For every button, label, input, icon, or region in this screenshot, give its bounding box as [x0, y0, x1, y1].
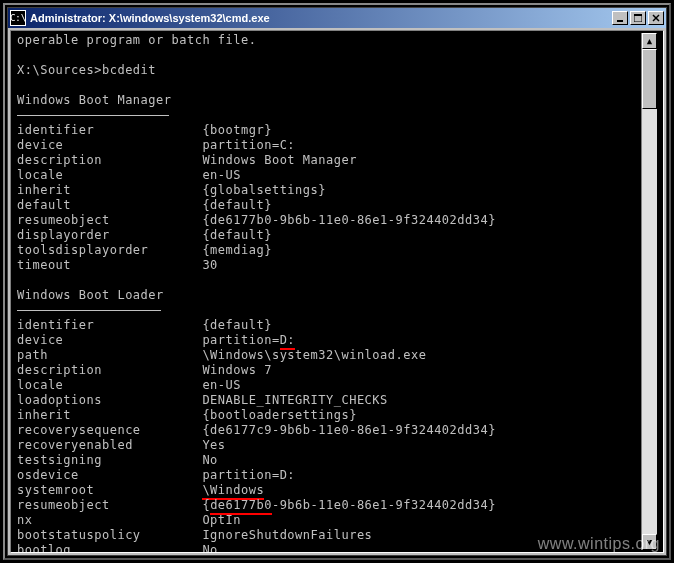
vertical-scrollbar[interactable]: ▲ ▼ — [641, 33, 657, 550]
svg-rect-2 — [634, 14, 642, 16]
svg-rect-0 — [617, 20, 623, 22]
scroll-thumb[interactable] — [642, 49, 657, 109]
cmd-icon: C:\ — [10, 10, 26, 26]
cmd-window: C:\ Administrator: X:\windows\system32\c… — [7, 7, 667, 556]
scroll-up-button[interactable]: ▲ — [642, 33, 657, 49]
terminal-output: operable program or batch file. X:\Sourc… — [17, 33, 641, 550]
maximize-button[interactable] — [630, 11, 646, 25]
minimize-button[interactable] — [612, 11, 628, 25]
scroll-track[interactable] — [642, 49, 657, 534]
scroll-down-button[interactable]: ▼ — [642, 534, 657, 550]
terminal-area[interactable]: operable program or batch file. X:\Sourc… — [10, 30, 664, 553]
close-button[interactable] — [648, 11, 664, 25]
titlebar: C:\ Administrator: X:\windows\system32\c… — [8, 8, 666, 28]
window-title: Administrator: X:\windows\system32\cmd.e… — [30, 12, 612, 24]
